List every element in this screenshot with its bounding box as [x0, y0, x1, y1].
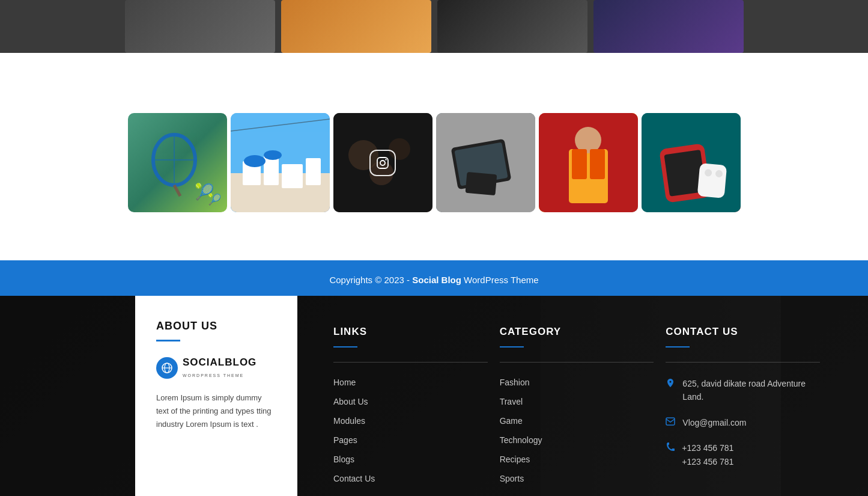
footer-main-content: ABOUT US SOCIALBLOG WORDPRESS THEME Lore…: [0, 296, 868, 496]
copyright-text: Copyrights © 2023 -: [329, 275, 412, 285]
gallery-item-6-content: [642, 113, 741, 212]
svg-rect-9: [306, 158, 321, 185]
list-item: Game: [500, 415, 654, 426]
links-home[interactable]: Home: [333, 378, 356, 387]
gallery-item-5[interactable]: [539, 113, 638, 212]
svg-point-11: [264, 150, 282, 160]
list-item: Recipes: [500, 454, 654, 465]
footer: Copyrights © 2023 - Social Blog WordPres…: [0, 264, 868, 496]
svg-point-18: [380, 161, 385, 165]
list-item: Pages: [333, 435, 488, 445]
category-divider-line: [500, 362, 654, 363]
svg-line-3: [174, 185, 180, 196]
gallery-item-3-content: [333, 113, 432, 212]
gallery-item-1-content: 🎾 🎾: [128, 113, 227, 212]
links-about[interactable]: About Us: [333, 397, 368, 406]
contact-email: Vlog@gmail.com: [682, 416, 746, 429]
contact-phone1: +123 456 781: [682, 443, 733, 453]
list-item: Contact Us: [333, 473, 488, 484]
svg-point-19: [385, 159, 386, 160]
phone-icon: [666, 442, 675, 454]
footer-columns: LINKS Home About Us Modules Pages Blogs …: [297, 296, 868, 496]
contact-email-item: Vlog@gmail.com: [666, 416, 820, 429]
email-icon: [666, 417, 675, 428]
list-item: Blogs: [333, 454, 488, 465]
cat-sports[interactable]: Sports: [500, 474, 524, 483]
gallery-item-1[interactable]: 🎾 🎾: [128, 113, 227, 212]
gallery-item-6[interactable]: [642, 113, 741, 212]
svg-point-10: [244, 155, 266, 167]
gallery-grid: 🎾 🎾: [128, 113, 741, 212]
top-banner: [0, 0, 868, 53]
cat-game[interactable]: Game: [500, 416, 523, 426]
banner-img-4: [593, 0, 744, 53]
contact-phone-item: +123 456 781 +123 456 781: [666, 441, 820, 468]
about-heading: ABOUT US: [156, 320, 276, 332]
links-contact[interactable]: Contact Us: [333, 474, 375, 483]
svg-rect-32: [697, 163, 727, 198]
copyright-brand: Social Blog: [412, 275, 461, 285]
footer-category-column: CATEGORY Fashion Travel Game Technology …: [500, 326, 666, 496]
links-modules[interactable]: Modules: [333, 416, 365, 426]
footer-contact-column: CONTACT US 625, david dikate road Advent…: [666, 326, 832, 496]
list-item: Sports: [500, 473, 654, 484]
contact-phones: +123 456 781 +123 456 781: [682, 441, 733, 468]
instagram-overlay: [333, 113, 432, 212]
category-divider: [500, 346, 524, 348]
about-divider: [156, 340, 180, 341]
footer-links-column: LINKS Home About Us Modules Pages Blogs …: [333, 326, 500, 496]
location-icon: [666, 378, 675, 390]
logo-text: SOCIALBLOG: [183, 357, 256, 369]
svg-rect-28: [590, 149, 605, 179]
links-divider-line: [333, 362, 488, 363]
list-item: Modules: [333, 415, 488, 426]
cat-technology[interactable]: Technology: [500, 435, 542, 445]
logo-icon: [156, 357, 178, 379]
cat-travel[interactable]: Travel: [500, 397, 523, 406]
gallery-item-3[interactable]: [333, 113, 432, 212]
contact-address-item: 625, david dikate road Adventure Land.: [666, 377, 820, 404]
svg-rect-8: [282, 164, 303, 188]
contact-heading: CONTACT US: [666, 326, 820, 338]
gallery-item-2[interactable]: [231, 113, 330, 212]
cat-recipes[interactable]: Recipes: [500, 455, 530, 464]
gallery-item-4[interactable]: [436, 113, 535, 212]
links-pages[interactable]: Pages: [333, 435, 357, 445]
category-heading: CATEGORY: [500, 326, 654, 338]
footer-logo: SOCIALBLOG WORDPRESS THEME: [156, 357, 276, 379]
gallery-item-5-content: [539, 113, 638, 212]
instagram-icon: [369, 150, 396, 176]
svg-rect-40: [666, 418, 675, 425]
category-list: Fashion Travel Game Technology Recipes S…: [500, 377, 654, 484]
links-heading: LINKS: [333, 326, 488, 338]
cat-fashion[interactable]: Fashion: [500, 378, 530, 387]
contact-divider: [666, 346, 690, 348]
instagram-gallery-section: 🎾 🎾: [0, 53, 868, 260]
gallery-item-2-content: [231, 113, 330, 212]
about-description: Lorem Ipsum is simply dummy text of the …: [156, 391, 276, 431]
banner-img-1: [125, 0, 275, 53]
list-item: About Us: [333, 396, 488, 407]
list-item: Travel: [500, 396, 654, 407]
footer-about-section: ABOUT US SOCIALBLOG WORDPRESS THEME Lore…: [135, 296, 297, 496]
links-divider: [333, 346, 357, 348]
svg-rect-23: [465, 172, 497, 195]
list-item: Technology: [500, 435, 654, 445]
svg-rect-27: [572, 149, 587, 179]
copyright-bar: Copyrights © 2023 - Social Blog WordPres…: [0, 264, 868, 296]
banner-img-2: [281, 0, 431, 53]
list-item: Home: [333, 377, 488, 388]
contact-phone2: +123 456 781: [682, 457, 733, 467]
links-blogs[interactable]: Blogs: [333, 455, 354, 464]
banner-img-3: [437, 0, 587, 53]
gallery-item-4-content: [436, 113, 535, 212]
copyright-suffix: WordPress Theme: [461, 275, 539, 285]
contact-divider-line: [666, 362, 820, 363]
list-item: Fashion: [500, 377, 654, 388]
contact-address: 625, david dikate road Adventure Land.: [682, 377, 820, 404]
links-list: Home About Us Modules Pages Blogs Contac…: [333, 377, 488, 484]
logo-sub: WORDPRESS THEME: [183, 373, 244, 378]
